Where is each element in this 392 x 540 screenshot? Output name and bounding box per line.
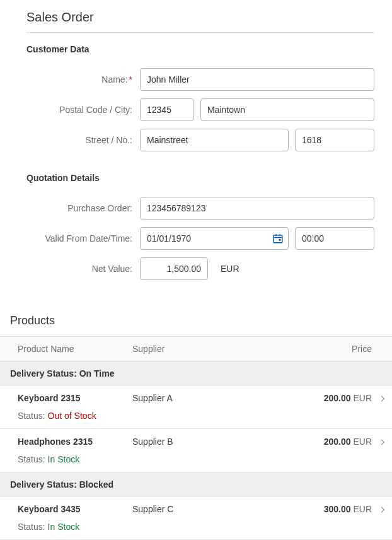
- label-street-no: Street / No.:: [26, 135, 140, 145]
- group-header: Delivery Status: On Time: [0, 361, 392, 385]
- input-net-value[interactable]: [140, 257, 208, 280]
- chevron-right-icon[interactable]: [378, 394, 387, 403]
- col-header-price: Price: [323, 344, 392, 354]
- section-heading-quotation: Quotation Details: [26, 173, 374, 183]
- label-postal-city: Postal Code / City:: [26, 105, 140, 115]
- product-name: Keyboard 3435: [0, 504, 132, 514]
- product-supplier: Supplier B: [132, 437, 323, 447]
- status-label: Status:: [18, 411, 45, 421]
- status-value: In Stock: [48, 454, 80, 464]
- input-postal[interactable]: [140, 98, 194, 121]
- col-header-supplier: Supplier: [132, 344, 323, 354]
- label-net-value: Net Value:: [26, 264, 140, 274]
- input-city[interactable]: [200, 98, 374, 121]
- chevron-right-icon[interactable]: [378, 438, 387, 447]
- status-label: Status:: [18, 454, 45, 464]
- net-currency: EUR: [221, 264, 239, 274]
- input-po[interactable]: [140, 197, 374, 220]
- svg-rect-4: [279, 239, 281, 241]
- status-value: Out of Stock: [48, 411, 96, 421]
- input-street-no[interactable]: [295, 129, 374, 151]
- group-header: Delivery Status: Blocked: [0, 472, 392, 496]
- label-po: Purchase Order:: [26, 203, 140, 213]
- required-marker: *: [129, 74, 132, 85]
- input-valid-time[interactable]: [295, 227, 374, 250]
- product-supplier: Supplier A: [132, 393, 323, 403]
- input-valid-date[interactable]: [140, 227, 289, 250]
- product-name: Headphones 2315: [0, 437, 132, 447]
- label-name: Name:*: [26, 74, 140, 85]
- section-heading-customer: Customer Data: [26, 44, 374, 54]
- page-title: Sales Order: [26, 10, 374, 25]
- products-title: Products: [10, 314, 392, 327]
- title-divider: [26, 32, 374, 33]
- product-row[interactable]: Keyboard 3435Supplier C300.00 EURStatus:…: [0, 496, 392, 540]
- status-label: Status:: [18, 522, 45, 532]
- label-valid-from: Valid From Date/Time:: [26, 233, 140, 244]
- products-column-header: Product Name Supplier Price: [0, 336, 392, 361]
- chevron-right-icon[interactable]: [378, 505, 387, 514]
- product-name: Keyboard 2315: [0, 393, 132, 403]
- product-supplier: Supplier C: [132, 504, 323, 514]
- status-value: In Stock: [48, 522, 80, 532]
- svg-rect-0: [274, 235, 282, 243]
- col-header-name: Product Name: [0, 344, 132, 354]
- calendar-icon[interactable]: [272, 233, 284, 244]
- input-name[interactable]: [140, 68, 374, 91]
- product-row[interactable]: Headphones 2315Supplier B200.00 EURStatu…: [0, 429, 392, 472]
- input-street[interactable]: [140, 129, 289, 151]
- product-row[interactable]: Keyboard 2315Supplier A200.00 EURStatus:…: [0, 385, 392, 429]
